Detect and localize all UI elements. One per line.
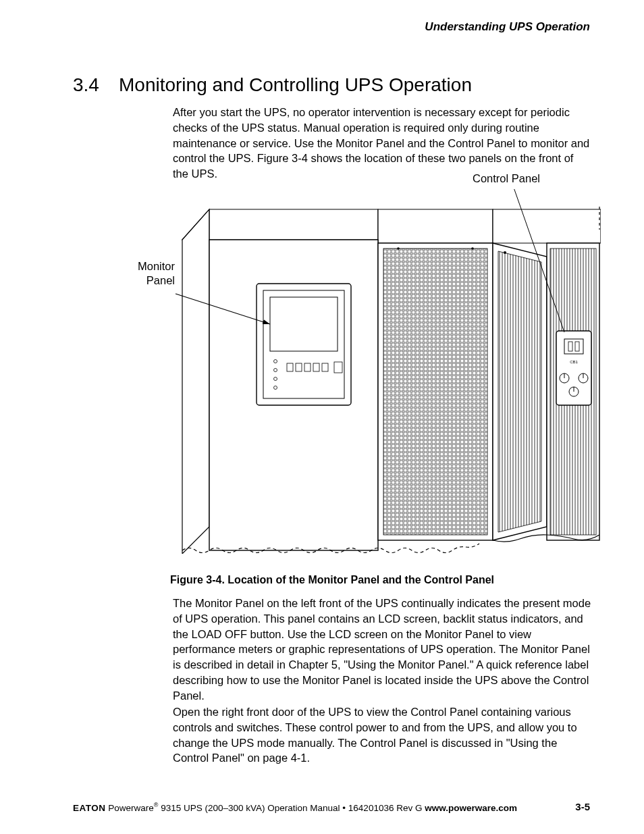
svg-rect-12 [270,297,338,351]
svg-rect-36 [575,342,579,351]
intro-paragraph: After you start the UPS, no operator int… [173,105,591,182]
svg-rect-17 [322,363,328,371]
svg-marker-4 [182,209,378,240]
footer-sep: • [340,802,348,812]
footer-url: www.powerware.com [425,802,517,812]
footer-docnum: 164201036 Rev G [348,802,425,812]
svg-point-26 [397,247,400,250]
svg-point-20 [274,369,277,372]
svg-rect-14 [296,363,302,371]
footer: EATON Powerware® 9315 UPS (200–300 kVA) … [73,802,591,813]
cb1-label: CB1 [570,360,578,364]
footer-brand: EATON [73,802,106,812]
section-number: 3.4 [73,74,99,96]
svg-point-27 [471,247,474,250]
svg-rect-18 [334,362,342,373]
page-number: 3-5 [575,801,590,812]
footer-product-a: Powerware [106,802,154,812]
svg-point-21 [274,377,277,381]
svg-rect-16 [313,363,319,371]
svg-point-30 [504,251,506,254]
svg-marker-5 [378,209,493,243]
section-title: Monitoring and Controlling UPS Operation [119,74,472,96]
footer-product-b: 9315 UPS (200–300 kVA) Operation Manual [158,802,340,812]
callout-monitor-panel-label: Monitor Panel [129,259,175,287]
figure-3-4: CB1 [169,189,601,554]
paragraph-2: The Monitor Panel on the left front of t… [173,596,591,703]
svg-rect-15 [304,363,311,371]
svg-rect-25 [383,249,487,535]
ups-line-art: CB1 [169,189,601,554]
callout-control-panel-label: Control Panel [473,172,540,185]
svg-marker-7 [182,209,209,554]
svg-rect-35 [568,342,572,351]
page: Understanding UPS Operation 3.4 Monitori… [0,0,644,834]
paragraph-3: Open the right front door of the UPS to … [173,704,591,766]
svg-marker-29 [498,251,541,532]
running-header: Understanding UPS Operation [425,20,590,34]
svg-point-19 [274,360,277,363]
svg-rect-34 [564,339,583,354]
figure-caption: Figure 3-4. Location of the Monitor Pane… [73,574,591,586]
svg-rect-13 [287,363,293,371]
svg-point-22 [274,386,277,390]
svg-marker-6 [493,209,601,243]
